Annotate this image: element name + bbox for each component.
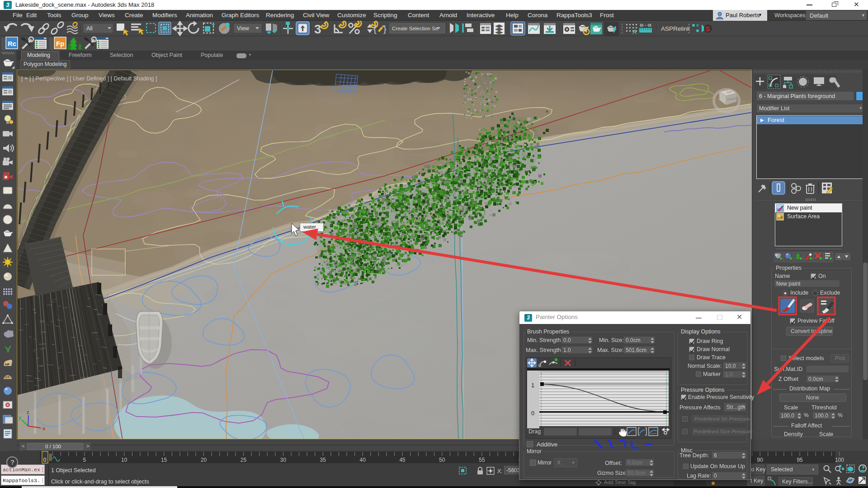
- svg-text:x: x: [42, 426, 46, 431]
- svg-text:OX: OX: [5, 375, 10, 379]
- svg-text:5: 5: [83, 457, 86, 463]
- svg-text:A: A: [632, 28, 637, 35]
- svg-text:View: View: [237, 25, 250, 32]
- svg-text:50: 50: [439, 457, 445, 463]
- svg-text:Rc: Rc: [8, 40, 16, 47]
- svg-text:Fp: Fp: [56, 40, 64, 47]
- svg-text:55: 55: [479, 457, 485, 463]
- svg-text:3: 3: [314, 22, 321, 36]
- svg-text:90: 90: [757, 457, 764, 463]
- svg-text:{: {: [373, 24, 377, 34]
- svg-text:}: }: [383, 24, 387, 34]
- svg-text:35: 35: [320, 457, 326, 463]
- svg-text:1: 1: [531, 382, 534, 389]
- svg-text:100: 100: [835, 457, 844, 463]
- svg-text:Create Selection Se: Create Selection Se: [392, 26, 438, 31]
- svg-text:z: z: [27, 409, 29, 415]
- svg-text:ASPRelink: ASPRelink: [661, 25, 690, 32]
- svg-text:X:: X:: [497, 468, 503, 474]
- svg-text:All: All: [86, 25, 93, 32]
- svg-text:40: 40: [360, 457, 366, 463]
- svg-text:45: 45: [399, 457, 406, 463]
- svg-text:30: 30: [280, 457, 287, 463]
- svg-text:Drag: Drag: [528, 428, 541, 435]
- svg-text:[ + ] [ Perspective ] [ User D: [ + ] [ Perspective ] [ User Defined ] […: [21, 75, 157, 82]
- svg-text:95: 95: [797, 457, 803, 463]
- svg-text:y: y: [19, 415, 22, 420]
- svg-text:HF: HF: [5, 362, 10, 366]
- svg-text:15: 15: [161, 457, 167, 463]
- svg-text:0: 0: [43, 457, 47, 463]
- svg-text:25: 25: [241, 457, 247, 463]
- svg-text:10: 10: [121, 457, 127, 463]
- svg-text:S: S: [706, 25, 710, 33]
- svg-text:20: 20: [201, 457, 207, 463]
- svg-text:0: 0: [531, 410, 534, 417]
